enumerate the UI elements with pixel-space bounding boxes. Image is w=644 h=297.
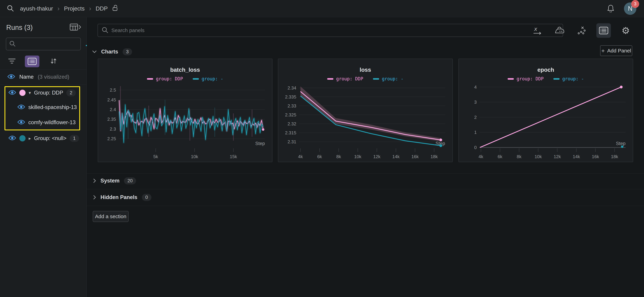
eye-icon[interactable] — [17, 104, 25, 110]
group-color-dot[interactable] — [19, 135, 26, 141]
svg-text:2: 2 — [474, 115, 477, 120]
breadcrumb-projects[interactable]: Projects — [64, 5, 84, 12]
svg-text:4k: 4k — [478, 154, 484, 159]
svg-text:14k: 14k — [392, 154, 400, 159]
avatar[interactable]: N 3 — [624, 2, 636, 15]
breadcrumb-entity[interactable]: ayush-thakur — [20, 5, 53, 12]
section-label[interactable]: System — [100, 178, 120, 184]
notification-count-badge: 3 — [631, 0, 639, 8]
eye-icon[interactable] — [8, 135, 16, 141]
svg-text:Step: Step — [616, 141, 626, 146]
svg-text:3: 3 — [474, 99, 477, 105]
section-count-badge: 0 — [142, 194, 152, 201]
name-column-label: Name — [19, 74, 34, 80]
svg-text:2.3: 2.3 — [110, 126, 116, 132]
add-panel-label: Add Panel — [607, 48, 631, 54]
legend-swatch — [553, 78, 560, 80]
chart-title: loss — [278, 67, 452, 73]
runs-name-header[interactable]: Name (3 visualized) — [0, 69, 86, 84]
outliers-icon[interactable] — [574, 23, 589, 38]
run-name[interactable]: skilled-spaceship-13 — [28, 104, 77, 110]
runs-search-input[interactable] — [18, 41, 84, 47]
chart-plot: 012344k6k8k10k12k14k16k18kStep — [459, 59, 634, 162]
svg-text:6k: 6k — [498, 154, 502, 159]
chart-panel-loss[interactable]: 2.312.3152.322.3252.332.3352.344k6k8k10k… — [278, 59, 453, 162]
breadcrumb-separator: › — [89, 5, 91, 12]
runs-title: Runs (3) — [6, 24, 33, 31]
legend-label: group: DDP — [336, 76, 363, 81]
section-label[interactable]: Charts — [101, 49, 118, 55]
eye-icon[interactable] — [7, 74, 15, 80]
chart-panel-batch-loss[interactable]: 2.252.32.352.42.452.55k10k15kStep batch_… — [98, 59, 272, 162]
legend-item[interactable]: group: - — [553, 76, 584, 81]
x-axis-settings-icon[interactable]: x — [530, 23, 544, 38]
chevron-right-icon[interactable] — [93, 179, 96, 183]
runs-table-expand-icon[interactable] — [70, 23, 81, 31]
list-view-toggle[interactable] — [25, 55, 39, 67]
section-system[interactable]: System 20 — [93, 176, 136, 186]
svg-text:2.4: 2.4 — [110, 107, 116, 112]
legend-item[interactable]: group: - — [373, 76, 404, 81]
chart-title: epoch — [459, 67, 633, 73]
group-label[interactable]: Group: <null> — [34, 135, 66, 141]
run-group-ddp[interactable]: ▾ Group: DDP 2 — [8, 88, 76, 98]
svg-text:4k: 4k — [298, 154, 303, 159]
sort-icon[interactable] — [50, 57, 57, 65]
notifications-bell-icon[interactable] — [607, 4, 614, 13]
smoothing-iron-icon[interactable] — [552, 23, 567, 38]
runs-search-box: .* — [6, 38, 81, 50]
svg-text:12k: 12k — [373, 154, 381, 159]
svg-text:5k: 5k — [153, 154, 158, 159]
legend-swatch — [327, 78, 334, 80]
svg-text:6k: 6k — [317, 154, 322, 159]
legend-label: group: DDP — [156, 76, 183, 81]
section-count-badge: 3 — [122, 48, 132, 55]
run-row[interactable]: comfy-wildflower-13 — [17, 117, 76, 128]
panel-search-input[interactable] — [111, 27, 559, 33]
svg-text:18k: 18k — [611, 154, 618, 159]
run-name[interactable]: comfy-wildflower-13 — [28, 119, 76, 126]
group-label[interactable]: Group: DDP — [34, 90, 63, 96]
svg-text:2.25: 2.25 — [107, 136, 116, 141]
panel-layout-icon[interactable] — [596, 23, 611, 38]
chart-panel-epoch[interactable]: 012344k6k8k10k12k14k16k18kStep epoch gro… — [458, 59, 633, 162]
run-row[interactable]: skilled-spaceship-13 — [17, 102, 77, 112]
settings-gear-icon[interactable]: ⚙ — [618, 23, 633, 38]
eye-icon[interactable] — [8, 90, 16, 96]
svg-text:2.32: 2.32 — [288, 121, 296, 126]
legend-item[interactable]: group: DDP — [147, 76, 183, 81]
add-section-button[interactable]: Add a section — [93, 211, 129, 222]
eye-icon[interactable] — [17, 119, 25, 126]
legend-label: group: DDP — [516, 76, 544, 81]
svg-text:14k: 14k — [573, 154, 580, 159]
section-count-badge: 20 — [124, 177, 136, 184]
chart-title: batch_loss — [98, 67, 272, 73]
run-group-null[interactable]: ▸ Group: <null> 1 — [8, 133, 79, 143]
svg-text:0: 0 — [474, 145, 477, 150]
chevron-right-icon[interactable] — [93, 195, 96, 200]
panel-search-box — [98, 24, 563, 37]
breadcrumb-project-name[interactable]: DDP — [96, 5, 108, 12]
chevron-down-icon[interactable] — [92, 50, 97, 53]
add-panel-button[interactable]: + Add Panel — [600, 45, 632, 56]
svg-text:2.33: 2.33 — [288, 103, 296, 108]
svg-text:2.335: 2.335 — [285, 94, 296, 99]
caret-down-icon[interactable]: ▾ — [29, 90, 31, 96]
section-charts[interactable]: Charts 3 — [92, 47, 132, 56]
group-color-dot[interactable] — [19, 90, 26, 96]
global-search-icon[interactable] — [7, 5, 14, 12]
section-label[interactable]: Hidden Panels — [100, 194, 138, 200]
filter-icon[interactable] — [8, 58, 16, 65]
legend-item[interactable]: group: DDP — [508, 76, 544, 81]
svg-text:2.5: 2.5 — [110, 87, 116, 93]
svg-text:10k: 10k — [191, 154, 198, 159]
svg-text:2.315: 2.315 — [285, 130, 296, 135]
section-hidden-panels[interactable]: Hidden Panels 0 — [93, 193, 152, 202]
legend-item[interactable]: group: DDP — [327, 76, 363, 81]
legend-item[interactable]: group: - — [193, 76, 223, 81]
svg-text:2.35: 2.35 — [107, 117, 116, 122]
group-count-badge: 1 — [70, 135, 79, 142]
legend-label: group: - — [202, 76, 223, 81]
caret-right-icon[interactable]: ▸ — [29, 136, 31, 141]
runs-sidebar: Runs (3) .* Name (3 visualized) — [0, 17, 87, 297]
